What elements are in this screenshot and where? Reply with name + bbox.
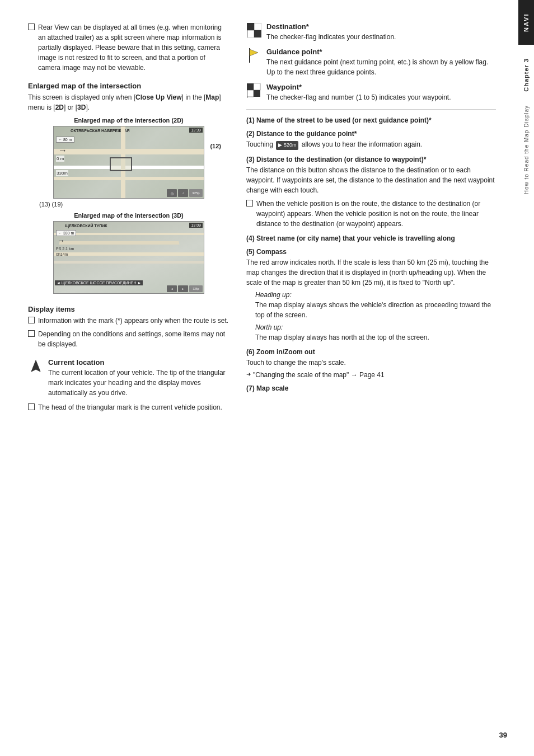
svg-marker-0	[31, 360, 40, 372]
heading-up-block: Heading up: The map display always shows…	[246, 291, 496, 342]
dist-3d-2: 0h14m	[56, 252, 68, 256]
item7-title: (7) Map scale	[246, 384, 496, 392]
waypoint-desc: The checker-flag and number (1 to 5) ind…	[266, 92, 496, 102]
triangle-icon	[30, 359, 41, 373]
svg-marker-7	[250, 49, 258, 56]
map-inner-2d: ОКТЯБРЬСКАЯ НАБЕРЕЖНАЯ 13:39 ← 80 m 0 m …	[54, 126, 204, 198]
icon3d-3: 325p	[189, 285, 203, 292]
map-image-3d: ЩЕЛКОВСКИЙ ТУПИК 13:09 ← 330 m PS 2.1 km…	[53, 221, 204, 294]
north-up-label: North up:	[255, 323, 496, 331]
item5-body: The red arrow indicates north. If the sc…	[246, 257, 496, 288]
street-name-3d-top: ЩЕЛКОВСКИЙ ТУПИК	[65, 224, 107, 228]
current-loc-icon-box	[28, 358, 44, 374]
waypoint-flag-icon: 1	[247, 83, 261, 98]
destination-flag-icon	[247, 23, 261, 37]
item3-checkbox: When the vehicle position is on the rout…	[246, 199, 496, 229]
svg-rect-4	[254, 30, 261, 37]
display-item-text-1: Information with the mark (*) appears on…	[38, 316, 228, 326]
caption-2d: Enlarged map of the intersection (2D)	[28, 117, 229, 124]
destination-text-block: Destination* The checker-flag indicates …	[266, 22, 496, 42]
enlarged-map-body: This screen is displayed only when [Clos…	[28, 92, 229, 112]
navi-tab: NAVI	[518, 0, 534, 45]
side-tabs: NAVI Chapter 3 How to Read the Map Displ…	[518, 0, 534, 756]
heading-up-label: Heading up:	[255, 291, 496, 299]
map-2d-container: ОКТЯБРЬСКАЯ НАБЕРЕЖНАЯ 13:39 ← 80 m 0 m …	[48, 126, 210, 199]
road-h3	[54, 177, 204, 180]
display-item-2: Depending on the conditions and settings…	[28, 329, 229, 349]
touch-button-icon: ▶ 520m	[276, 141, 298, 150]
item3-title: (3) Distance to the destination (or dist…	[246, 156, 496, 163]
main-content: Rear View can be displayed at all times …	[0, 0, 534, 433]
checkbox-icon-cl	[28, 403, 35, 410]
label-12: (12)	[210, 143, 221, 149]
item3-body: The distance on this button shows the di…	[246, 165, 496, 195]
heading-up-desc: The map display always shows the vehicle…	[255, 300, 496, 320]
icon3d-1: ◄	[167, 285, 177, 292]
guidance-point-section: Guidance point* The next guidance point …	[246, 48, 496, 77]
road-3d-4	[54, 261, 204, 264]
current-loc-checkbox-text: The head of the triangular mark is the c…	[38, 402, 222, 412]
map-time-3d: 13:09	[189, 223, 203, 228]
svg-rect-1	[247, 23, 254, 30]
display-items-title: Display items	[28, 305, 229, 313]
item6-title: (6) Zoom in/Zoom out	[246, 348, 496, 356]
dist-label: 0 m	[56, 156, 64, 162]
item3-checkbox-text: When the vehicle position is on the rout…	[256, 199, 496, 229]
divider-1	[246, 109, 496, 110]
label-13-19: (13) (19)	[28, 201, 229, 208]
icon-btn-1: ◎	[167, 189, 177, 197]
waypoint-section: 1 Waypoint* The checker-flag and number …	[246, 83, 496, 102]
map-3d-container: ЩЕЛКОВСКИЙ ТУПИК 13:09 ← 330 m PS 2.1 km…	[48, 221, 210, 294]
guidance-title: Guidance point*	[266, 48, 496, 56]
item5-title: (5) Compass	[246, 248, 496, 256]
svg-rect-3	[247, 30, 254, 37]
north-up-desc: The map display always has north at the …	[255, 332, 496, 342]
guidance-text-block: Guidance point* The next guidance point …	[266, 48, 496, 77]
display-item-text-2: Depending on the conditions and settings…	[38, 329, 229, 349]
guidance-desc2: Up to the next three guidance points.	[266, 67, 496, 77]
item2-body: Touching ▶ 520m allows you to hear the i…	[246, 139, 496, 150]
page-number: 39	[499, 731, 507, 739]
icon-btn-3: 325p	[189, 189, 203, 197]
road-3d-3	[54, 252, 204, 256]
dist-3d-1: PS 2.1 km	[56, 247, 74, 251]
current-loc-text-block: Current location The current location of…	[48, 358, 229, 398]
map-image-2d: ОКТЯБРЬСКАЯ НАБЕРЕЖНАЯ 13:39 ← 80 m 0 m …	[53, 126, 204, 199]
svg-rect-11	[254, 90, 260, 97]
bottom-icons-3d: ◄ ► 325p	[167, 285, 203, 292]
item1-title: (1) Name of the street to be used (or ne…	[246, 116, 496, 124]
svg-rect-8	[247, 83, 254, 90]
current-loc-desc: The current location of your vehicle. Th…	[48, 368, 229, 398]
item4-title: (4) Street name (or city name) that your…	[246, 234, 496, 242]
destination-title: Destination*	[266, 22, 496, 31]
current-loc-section: Current location The current location of…	[28, 358, 229, 398]
svg-rect-2	[254, 23, 261, 30]
left-column: Rear View can be displayed at all times …	[28, 17, 241, 416]
svg-text:1: 1	[254, 85, 257, 90]
destination-desc: The checker-flag indicates your destinat…	[266, 32, 496, 42]
guidance-flag-icon	[248, 48, 260, 63]
destination-section: Destination* The checker-flag indicates …	[246, 22, 496, 42]
howto-label: How to Read the Map Display	[521, 103, 532, 196]
current-loc-title: Current location	[48, 358, 229, 367]
icon-btn-2: ♪	[178, 189, 188, 197]
item2-title: (2) Distance to the guidance point*	[246, 130, 496, 138]
item6-link: "Changing the scale of the map" → Page 4…	[246, 371, 496, 379]
item6-body: Touch to change the map's scale.	[246, 358, 496, 368]
scale-bar-2d: ← 80 m	[56, 137, 74, 143]
destination-icon-box	[246, 22, 262, 38]
right-column: Destination* The checker-flag indicates …	[241, 17, 496, 416]
svg-rect-10	[247, 90, 254, 97]
waypoint-title: Waypoint*	[266, 83, 496, 91]
waypoint-text-block: Waypoint* The checker-flag and number (1…	[266, 83, 496, 102]
scale-bar-3d: ← 330 m	[56, 230, 76, 236]
intersection-box	[110, 157, 132, 171]
waypoint-icon-box: 1	[246, 83, 262, 98]
bottom-icons: ◎ ♪ 325p	[167, 189, 203, 197]
icon3d-2: ►	[178, 285, 188, 292]
map-time-2d: 13:39	[189, 128, 203, 133]
checkbox-icon-item3	[246, 200, 253, 206]
map-inner-3d: ЩЕЛКОВСКИЙ ТУПИК 13:09 ← 330 m PS 2.1 km…	[54, 222, 204, 293]
checkbox-icon-2	[28, 330, 35, 337]
checkbox-icon	[28, 24, 35, 30]
